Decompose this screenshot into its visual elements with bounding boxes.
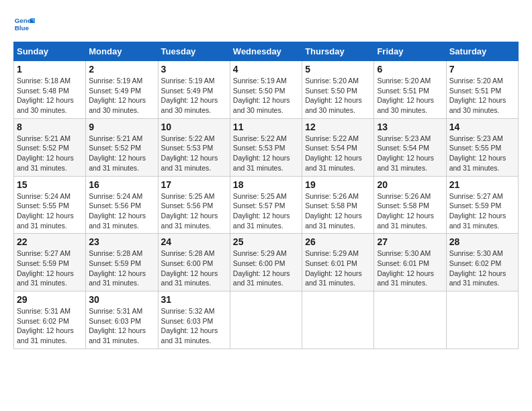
day-info: Sunrise: 5:19 AM Sunset: 5:49 PM Dayligh…: [89, 76, 154, 116]
calendar-cell: 27 Sunrise: 5:30 AM Sunset: 6:01 PM Dayl…: [374, 234, 446, 291]
daylight-minutes: and 30 minutes.: [377, 106, 427, 114]
daylight-label: Daylight: 12 hours: [377, 212, 434, 220]
daylight-minutes: and 31 minutes.: [89, 336, 139, 345]
sunrise-label: Sunrise: 5:23 AM: [449, 134, 503, 142]
calendar-body: 1 Sunrise: 5:18 AM Sunset: 5:48 PM Dayli…: [14, 61, 519, 349]
day-info: Sunrise: 5:29 AM Sunset: 6:01 PM Dayligh…: [305, 248, 371, 288]
day-info: Sunrise: 5:20 AM Sunset: 5:51 PM Dayligh…: [377, 76, 443, 116]
day-number: 18: [233, 179, 299, 190]
sunset-label: Sunset: 5:49 PM: [161, 87, 214, 95]
day-info: Sunrise: 5:23 AM Sunset: 5:55 PM Dayligh…: [449, 134, 515, 173]
daylight-label: Daylight: 12 hours: [233, 269, 290, 277]
day-number: 27: [377, 236, 443, 247]
day-number: 12: [305, 122, 371, 132]
daylight-minutes: and 31 minutes.: [161, 279, 212, 287]
day-info: Sunrise: 5:18 AM Sunset: 5:48 PM Dayligh…: [17, 76, 83, 116]
calendar-cell: 28 Sunrise: 5:30 AM Sunset: 6:02 PM Dayl…: [446, 234, 518, 291]
day-number: 9: [89, 122, 154, 132]
day-number: 3: [161, 64, 227, 75]
sunrise-label: Sunrise: 5:32 AM: [161, 307, 215, 315]
day-number: 29: [17, 294, 83, 305]
sunrise-label: Sunrise: 5:22 AM: [233, 134, 287, 142]
daylight-label: Daylight: 12 hours: [305, 154, 362, 162]
sunrise-label: Sunrise: 5:25 AM: [233, 192, 287, 200]
sunrise-label: Sunrise: 5:30 AM: [377, 249, 431, 257]
daylight-minutes: and 31 minutes.: [89, 279, 139, 287]
sunset-label: Sunset: 6:01 PM: [305, 259, 357, 267]
day-number: 24: [161, 236, 227, 247]
day-info: Sunrise: 5:30 AM Sunset: 6:02 PM Dayligh…: [449, 248, 515, 288]
calendar-cell: 29 Sunrise: 5:31 AM Sunset: 6:02 PM Dayl…: [14, 291, 86, 349]
day-info: Sunrise: 5:22 AM Sunset: 5:53 PM Dayligh…: [233, 134, 299, 173]
sunrise-label: Sunrise: 5:23 AM: [377, 134, 431, 142]
sunrise-label: Sunrise: 5:19 AM: [233, 77, 287, 85]
daylight-minutes: and 31 minutes.: [377, 164, 427, 172]
sunrise-label: Sunrise: 5:24 AM: [89, 192, 142, 200]
sunset-label: Sunset: 5:52 PM: [89, 144, 141, 152]
daylight-label: Daylight: 12 hours: [449, 96, 506, 104]
day-number: 19: [305, 179, 371, 190]
sunrise-label: Sunrise: 5:21 AM: [17, 134, 71, 142]
day-info: Sunrise: 5:24 AM Sunset: 5:56 PM Dayligh…: [89, 191, 154, 231]
daylight-label: Daylight: 12 hours: [89, 154, 146, 162]
calendar-cell: 8 Sunrise: 5:21 AM Sunset: 5:52 PM Dayli…: [14, 118, 86, 176]
daylight-minutes: and 31 minutes.: [305, 164, 355, 172]
calendar-cell: 3 Sunrise: 5:19 AM Sunset: 5:49 PM Dayli…: [158, 61, 230, 119]
sunset-label: Sunset: 6:01 PM: [377, 259, 429, 267]
calendar-cell: 7 Sunrise: 5:20 AM Sunset: 5:51 PM Dayli…: [446, 61, 518, 119]
calendar-cell: 14 Sunrise: 5:23 AM Sunset: 5:55 PM Dayl…: [446, 118, 518, 176]
sunset-label: Sunset: 6:02 PM: [17, 317, 69, 325]
day-number: 14: [449, 122, 515, 132]
daylight-label: Daylight: 12 hours: [161, 269, 218, 277]
daylight-minutes: and 31 minutes.: [17, 279, 67, 287]
sunrise-label: Sunrise: 5:24 AM: [17, 192, 71, 200]
day-info: Sunrise: 5:19 AM Sunset: 5:50 PM Dayligh…: [233, 76, 299, 116]
calendar-header-thursday: Thursday: [302, 42, 374, 61]
daylight-minutes: and 31 minutes.: [233, 164, 283, 172]
sunset-label: Sunset: 5:58 PM: [305, 201, 357, 210]
sunrise-label: Sunrise: 5:30 AM: [449, 249, 503, 257]
day-info: Sunrise: 5:32 AM Sunset: 6:03 PM Dayligh…: [161, 306, 227, 346]
daylight-minutes: and 31 minutes.: [161, 164, 212, 172]
daylight-minutes: and 31 minutes.: [377, 222, 427, 230]
calendar-cell: 21 Sunrise: 5:27 AM Sunset: 5:59 PM Dayl…: [446, 176, 518, 234]
sunrise-label: Sunrise: 5:26 AM: [305, 192, 359, 200]
calendar-header-tuesday: Tuesday: [158, 42, 230, 61]
daylight-minutes: and 31 minutes.: [449, 222, 500, 230]
logo: General Blue: [13, 13, 38, 35]
day-info: Sunrise: 5:27 AM Sunset: 5:59 PM Dayligh…: [449, 191, 515, 231]
calendar-cell: 16 Sunrise: 5:24 AM Sunset: 5:56 PM Dayl…: [86, 176, 158, 234]
sunrise-label: Sunrise: 5:22 AM: [161, 134, 215, 142]
calendar-cell: [446, 291, 518, 349]
day-info: Sunrise: 5:29 AM Sunset: 6:00 PM Dayligh…: [233, 248, 299, 288]
sunset-label: Sunset: 5:51 PM: [449, 87, 502, 95]
calendar-header-sunday: Sunday: [14, 42, 86, 61]
day-info: Sunrise: 5:25 AM Sunset: 5:57 PM Dayligh…: [233, 191, 299, 231]
day-number: 11: [233, 122, 299, 132]
sunrise-label: Sunrise: 5:31 AM: [17, 307, 71, 315]
sunset-label: Sunset: 6:00 PM: [233, 259, 285, 267]
svg-text:Blue: Blue: [15, 24, 30, 32]
sunrise-label: Sunrise: 5:29 AM: [305, 249, 359, 257]
daylight-label: Daylight: 12 hours: [89, 326, 146, 334]
calendar-cell: [302, 291, 374, 349]
calendar-cell: 22 Sunrise: 5:27 AM Sunset: 5:59 PM Dayl…: [14, 234, 86, 291]
sunrise-label: Sunrise: 5:20 AM: [305, 77, 359, 85]
day-info: Sunrise: 5:26 AM Sunset: 5:58 PM Dayligh…: [305, 191, 371, 231]
calendar-cell: 20 Sunrise: 5:26 AM Sunset: 5:58 PM Dayl…: [374, 176, 446, 234]
daylight-label: Daylight: 12 hours: [17, 326, 74, 334]
daylight-label: Daylight: 12 hours: [161, 326, 218, 334]
daylight-label: Daylight: 12 hours: [305, 96, 362, 104]
daylight-label: Daylight: 12 hours: [305, 212, 362, 220]
day-info: Sunrise: 5:21 AM Sunset: 5:52 PM Dayligh…: [89, 134, 154, 173]
sunset-label: Sunset: 6:03 PM: [161, 317, 214, 325]
calendar-cell: 19 Sunrise: 5:26 AM Sunset: 5:58 PM Dayl…: [302, 176, 374, 234]
daylight-label: Daylight: 12 hours: [233, 96, 290, 104]
day-number: 16: [89, 179, 154, 190]
day-info: Sunrise: 5:22 AM Sunset: 5:54 PM Dayligh…: [305, 134, 371, 173]
daylight-label: Daylight: 12 hours: [449, 212, 506, 220]
calendar-cell: 12 Sunrise: 5:22 AM Sunset: 5:54 PM Dayl…: [302, 118, 374, 176]
calendar-cell: 11 Sunrise: 5:22 AM Sunset: 5:53 PM Dayl…: [230, 118, 302, 176]
daylight-minutes: and 31 minutes.: [449, 164, 500, 172]
daylight-minutes: and 30 minutes.: [17, 106, 67, 114]
